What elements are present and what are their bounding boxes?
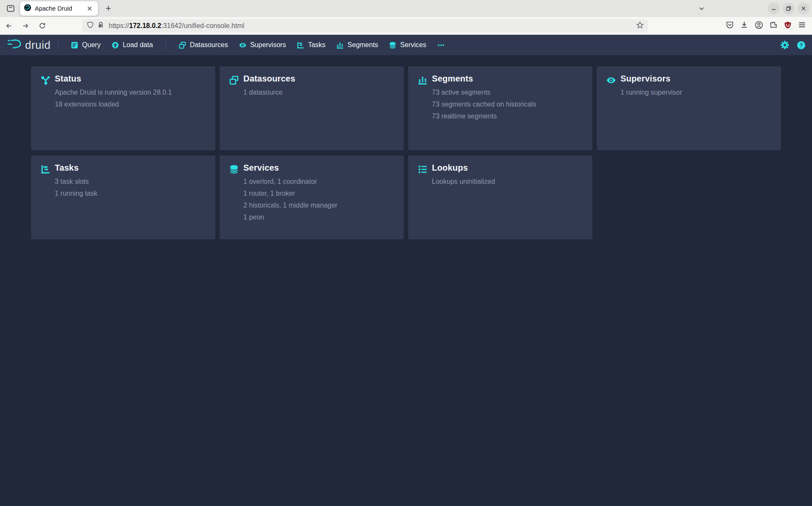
tab-close-icon[interactable]: ✕ — [85, 4, 94, 13]
datasources-icon — [229, 76, 239, 85]
datasources-icon — [179, 42, 186, 49]
nav-item-supervisors[interactable]: Supervisors — [234, 35, 291, 55]
url-bar[interactable]: https://172.18.0.2:31642/unified-console… — [82, 19, 648, 32]
window-restore-button[interactable] — [783, 3, 795, 14]
nav-item-label: Datasources — [190, 41, 228, 49]
card-title: Status — [55, 74, 81, 84]
account-icon[interactable] — [755, 21, 763, 31]
card-lines: 73 active segments73 segments cached on … — [432, 87, 536, 122]
supervisors-icon — [239, 42, 246, 49]
druid-favicon — [24, 4, 31, 13]
bookmark-star-icon[interactable] — [636, 21, 644, 31]
shield-permissions-icon[interactable] — [87, 21, 94, 30]
forward-icon[interactable] — [19, 20, 32, 32]
nav-divider — [58, 39, 58, 51]
nav-item-datasources[interactable]: Datasources — [173, 35, 234, 55]
url-scheme: https:// — [109, 22, 129, 29]
back-icon[interactable] — [2, 20, 16, 32]
tasks-icon — [41, 165, 50, 174]
card-title: Services — [243, 163, 279, 173]
card-stat-line: Apache Druid is running version 28.0.1 — [55, 87, 172, 98]
card-stat-line: 1 peon — [243, 211, 337, 223]
card-stat-line: 2 historicals, 1 middle manager — [243, 200, 337, 211]
card-title: Lookups — [432, 163, 468, 173]
tab-title: Apache Druid — [35, 5, 85, 12]
query-icon — [71, 42, 78, 49]
ublock-origin-icon[interactable] — [784, 21, 792, 31]
help-icon[interactable]: ? — [797, 41, 806, 50]
new-tab-button[interactable]: + — [102, 2, 115, 15]
nav-item-load-data[interactable]: Load data — [106, 35, 158, 55]
pocket-icon[interactable] — [726, 21, 734, 31]
browser-tab-apache-druid[interactable]: Apache Druid ✕ — [20, 1, 98, 16]
lock-warning-icon[interactable] — [97, 21, 104, 30]
nav-item-segments[interactable]: Segments — [331, 35, 383, 55]
services-icon — [229, 165, 239, 174]
card-stat-line: 1 overlord, 1 coordinator — [243, 176, 337, 188]
supervisors-icon — [606, 76, 616, 85]
list-tabs-chevron-icon[interactable] — [695, 2, 708, 15]
card-lookups[interactable]: LookupsLookups uninitialized — [408, 155, 592, 239]
console-home-page: StatusApache Druid is running version 28… — [0, 55, 812, 506]
nav-item-more[interactable] — [432, 35, 450, 55]
nav-item-label: Query — [82, 41, 101, 49]
card-datasources[interactable]: Datasources1 datasource — [220, 66, 404, 150]
card-lines: 1 running supervisor — [620, 87, 682, 98]
nav-divider — [166, 39, 166, 51]
card-lines: 1 datasource — [243, 87, 283, 98]
svg-text:?: ? — [800, 42, 803, 48]
lookups-icon — [418, 165, 427, 174]
card-lines: 1 overlord, 1 coordinator1 router, 1 bro… — [243, 176, 337, 223]
card-title: Tasks — [55, 163, 79, 173]
nav-item-query[interactable]: Query — [65, 35, 106, 55]
services-icon — [389, 42, 396, 49]
menu-hamburger-icon[interactable] — [798, 21, 806, 31]
druid-logo[interactable]: druid — [7, 39, 51, 52]
card-stat-line: 1 running task — [55, 188, 98, 200]
gear-icon[interactable] — [780, 40, 789, 50]
more-icon — [437, 42, 445, 49]
card-stat-line: 1 router, 1 broker — [243, 188, 337, 200]
brand-text: druid — [25, 39, 51, 52]
card-stat-line: 1 running supervisor — [620, 87, 682, 98]
nav-item-services[interactable]: Services — [383, 35, 431, 55]
nav-item-label: Supervisors — [250, 41, 286, 49]
card-tasks[interactable]: Tasks3 task slots1 running task — [31, 155, 215, 239]
load-data-icon — [112, 42, 119, 49]
window-controls — [768, 3, 809, 14]
nav-item-label: Services — [400, 41, 426, 49]
url-text[interactable]: https://172.18.0.2:31642/unified-console… — [109, 22, 636, 30]
segments-icon — [336, 42, 344, 49]
card-supervisors[interactable]: Supervisors1 running supervisor — [597, 66, 781, 150]
nav-item-label: Segments — [347, 41, 378, 49]
window-close-button[interactable] — [798, 3, 809, 14]
nav-items: QueryLoad dataDatasourcesSupervisorsTask… — [65, 35, 431, 55]
nav-item-label: Load data — [123, 41, 153, 49]
status-graph-icon — [41, 76, 50, 85]
card-stat-line: 73 active segments — [432, 87, 536, 98]
card-title: Segments — [432, 74, 473, 84]
card-services[interactable]: Services1 overlord, 1 coordinator1 route… — [220, 155, 404, 239]
browser-toolbar: https://172.18.0.2:31642/unified-console… — [0, 17, 812, 35]
card-lines: Lookups uninitialized — [432, 176, 495, 188]
card-stat-line: 3 task slots — [55, 176, 98, 188]
card-lines: 3 task slots1 running task — [55, 176, 98, 200]
card-segments[interactable]: Segments73 active segments73 segments ca… — [408, 66, 592, 150]
card-stat-line: 73 segments cached on historicals — [432, 98, 536, 110]
card-status[interactable]: StatusApache Druid is running version 28… — [31, 66, 215, 150]
status-cards: StatusApache Druid is running version 28… — [31, 66, 781, 239]
segments-icon — [418, 76, 427, 85]
extensions-puzzle-icon[interactable] — [770, 21, 778, 31]
nav-item-label: Tasks — [308, 41, 325, 49]
downloads-icon[interactable] — [740, 21, 748, 31]
card-lines: Apache Druid is running version 28.0.118… — [55, 87, 172, 110]
card-stat-line: 1 datasource — [243, 87, 283, 98]
druid-swirl-icon — [7, 39, 22, 51]
nav-item-tasks[interactable]: Tasks — [291, 35, 331, 55]
card-stat-line: 73 realtime segments — [432, 110, 536, 122]
tasks-icon — [297, 42, 304, 49]
reload-icon[interactable] — [35, 20, 49, 32]
window-minimize-button[interactable] — [768, 3, 780, 14]
firefox-view-icon[interactable] — [4, 2, 17, 15]
card-stat-line: Lookups uninitialized — [432, 176, 495, 188]
